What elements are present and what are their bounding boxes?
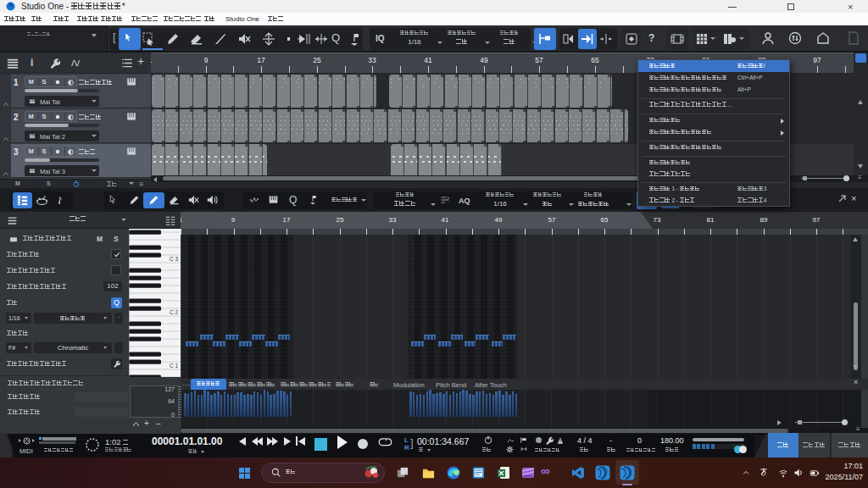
svg-text:C 2: C 2 — [170, 309, 179, 315]
svg-text:C 1: C 1 — [170, 363, 179, 369]
svg-text:C 3: C 3 — [170, 256, 179, 262]
